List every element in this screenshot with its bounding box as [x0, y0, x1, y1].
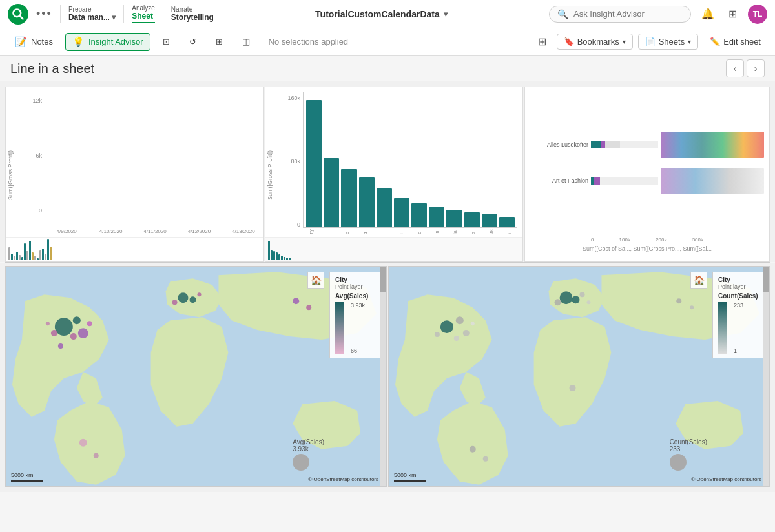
bar[interactable]	[464, 95, 480, 227]
mini-chart-2	[265, 237, 522, 261]
map2-footer-circle	[670, 454, 687, 471]
map-dot[interactable]	[555, 299, 561, 305]
grid-view-icon[interactable]: ⊞	[533, 33, 552, 51]
map-dot[interactable]	[676, 298, 681, 303]
chart-card-3: Alles Lusekofter	[524, 87, 770, 262]
map-scrollbar-1[interactable]	[380, 267, 386, 486]
map-dot[interactable]	[560, 291, 573, 304]
bar[interactable]	[429, 95, 444, 227]
view-toggle-4[interactable]: ◫	[235, 34, 257, 50]
map-scale-bar-1	[11, 480, 43, 482]
map-dot[interactable]	[470, 446, 476, 453]
map-home-button-1[interactable]: 🏠	[307, 272, 324, 289]
top-bar: ••• Prepare Data man... ▾ Analyze Sheet …	[0, 0, 775, 28]
bar[interactable]	[377, 95, 392, 227]
insight-icon: 💡	[72, 36, 85, 48]
prepare-nav[interactable]: Prepare Data man... ▾	[68, 6, 116, 22]
legend-color-bar	[335, 302, 344, 354]
map-dot[interactable]	[572, 296, 580, 303]
chart1-ylabel: Sum([Gross Profit])	[7, 148, 14, 200]
map-attribution-1: © OpenStreetMap contributors	[308, 476, 378, 482]
map-dot[interactable]	[440, 320, 453, 333]
sheets-arrow: ▾	[688, 38, 691, 45]
map-scrollbar-thumb-1[interactable]	[380, 267, 386, 292]
map-dot[interactable]	[690, 305, 694, 309]
view-toggle-2[interactable]: ↺	[182, 34, 203, 50]
bar[interactable]	[482, 95, 497, 227]
map-dot[interactable]	[178, 292, 189, 303]
map-dot[interactable]	[579, 292, 584, 297]
map-scrollbar-thumb-2[interactable]	[763, 267, 769, 292]
view-toggle-3[interactable]: ⊞	[209, 34, 230, 50]
map-dot[interactable]	[306, 305, 311, 310]
avatar[interactable]: TL	[748, 5, 767, 24]
qlik-logo-mark	[8, 4, 28, 25]
view-toggle-1[interactable]: ⊡	[156, 34, 177, 50]
map-dot[interactable]	[471, 322, 475, 325]
chart1-yaxis: 12k 6k 0	[19, 97, 45, 214]
map-dot[interactable]	[293, 298, 299, 304]
insight-advisor-button[interactable]: 💡 Insight Advisor	[65, 33, 150, 51]
bookmarks-arrow: ▾	[623, 38, 626, 45]
notification-icon[interactable]: 🔔	[699, 5, 717, 23]
map-dot[interactable]	[55, 318, 73, 336]
map-dot[interactable]	[46, 322, 50, 325]
qlik-logo[interactable]	[8, 4, 28, 25]
bar[interactable]	[499, 95, 515, 227]
bookmarks-button[interactable]: 🔖 Bookmarks ▾	[557, 34, 633, 50]
toggle-icon-1: ⊡	[163, 37, 170, 46]
map-home-button-2[interactable]: 🏠	[690, 272, 707, 289]
map-dot[interactable]	[73, 316, 81, 324]
page-title-bar: Line in a sheet ‹ ›	[0, 56, 775, 81]
map-dot[interactable]	[58, 343, 63, 349]
edit-sheet-button[interactable]: ✏️ Edit sheet	[703, 34, 767, 49]
map-dot[interactable]	[190, 296, 196, 303]
sheets-button[interactable]: 📄 Sheets ▾	[638, 34, 698, 50]
map-dot[interactable]	[78, 328, 88, 338]
more-options-icon[interactable]: •••	[36, 7, 52, 21]
map-card-1[interactable]: City Point layer Avg(Sales) 3.93k 66 🏠 5…	[5, 266, 387, 487]
bar[interactable]	[411, 95, 427, 227]
apps-grid-icon[interactable]: ⊞	[723, 5, 741, 23]
bar[interactable]	[341, 95, 356, 227]
map-dot[interactable]	[197, 292, 201, 296]
chart2-xlabels: Germany USA France Ireland UK Brazil Mex…	[303, 229, 517, 234]
insight-search-box[interactable]: 🔍	[549, 6, 691, 23]
chart3-row-1: Alles Lusekofter	[530, 132, 764, 159]
bar[interactable]	[446, 95, 462, 227]
map-dot[interactable]	[87, 321, 92, 326]
map-dot[interactable]	[483, 456, 488, 462]
hbar-fill-1c	[605, 141, 620, 148]
map-dot[interactable]	[586, 300, 590, 304]
map-dot[interactable]	[570, 385, 576, 391]
map-dot[interactable]	[79, 439, 87, 447]
map-dot[interactable]	[463, 330, 470, 336]
bar[interactable]	[359, 95, 375, 227]
notes-button[interactable]: 📝 Notes	[8, 33, 60, 51]
bar[interactable]	[394, 95, 409, 227]
map-dot[interactable]	[94, 453, 99, 458]
bar[interactable]	[324, 95, 339, 227]
map-dot[interactable]	[435, 332, 440, 337]
map-attribution-2: © OpenStreetMap contributors	[691, 476, 761, 482]
chart3-strip	[661, 132, 764, 158]
search-input[interactable]	[574, 9, 677, 19]
map-dot[interactable]	[454, 336, 459, 341]
map-dot[interactable]	[456, 316, 464, 324]
map-scale-2: 5000 km	[394, 472, 426, 482]
bar[interactable]	[306, 95, 322, 227]
svg-point-0	[14, 9, 21, 17]
prev-page-button[interactable]: ‹	[726, 59, 744, 77]
divider	[60, 5, 61, 23]
analyze-nav[interactable]: Analyze Sheet	[132, 5, 155, 23]
map-dot[interactable]	[70, 333, 77, 340]
app-title[interactable]: TutorialCustomCalendarData ▾	[222, 9, 541, 19]
map-scrollbar-2[interactable]	[763, 267, 769, 486]
map-dot[interactable]	[172, 300, 178, 305]
narrate-nav[interactable]: Narrate Storytelling	[171, 6, 214, 22]
map-dot[interactable]	[51, 330, 57, 336]
sheets-icon: 📄	[645, 37, 656, 46]
next-page-button[interactable]: ›	[747, 59, 765, 77]
map-card-2[interactable]: City Point layer Count(Sales) 233 1 🏠 50…	[388, 266, 770, 487]
selection-status: No selections applied	[269, 37, 349, 46]
